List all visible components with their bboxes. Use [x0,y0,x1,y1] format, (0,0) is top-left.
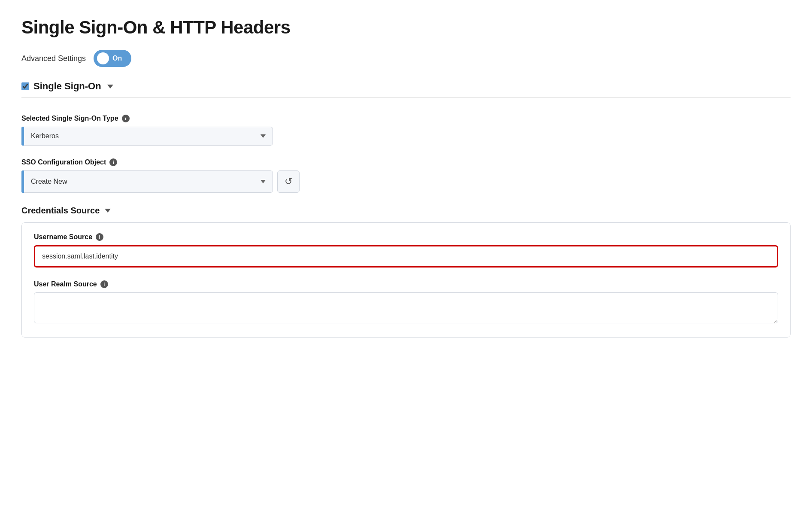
username-source-field-group: Username Source i [34,233,778,268]
sso-config-field-group: SSO Configuration Object i Create New ↺ [21,158,791,193]
sso-section-content: Selected Single Sign-On Type i Kerberos … [21,110,791,346]
toggle-label: On [112,55,122,62]
user-realm-label: User Realm Source i [34,280,778,288]
credentials-box: Username Source i User Realm Source i [21,222,791,337]
sso-config-label: SSO Configuration Object i [21,158,791,166]
sso-config-row: Create New ↺ [21,170,791,193]
credentials-title: Credentials Source [21,206,791,216]
username-source-label: Username Source i [34,233,778,241]
sso-config-arrow-icon [261,180,266,183]
user-realm-info-icon[interactable]: i [100,280,108,288]
credentials-chevron[interactable] [105,209,111,213]
sso-config-value: Create New [31,178,67,185]
sso-section-header: Single Sign-On [21,81,791,97]
credentials-section: Credentials Source Username Source i Use… [21,206,791,337]
toggle-knob [97,52,109,64]
advanced-settings-toggle[interactable]: On [94,50,131,67]
advanced-settings-label: Advanced Settings [21,54,86,63]
username-source-info-icon[interactable]: i [96,233,103,241]
sso-config-select-wrapper: Create New [21,170,273,193]
page-title: Single Sign-On & HTTP Headers [21,17,791,38]
user-realm-input[interactable] [34,292,778,323]
sso-type-select-wrapper: Kerberos [21,127,791,146]
sso-section-checkbox[interactable] [21,82,29,90]
sso-type-info-icon[interactable]: i [122,115,130,122]
sso-config-select[interactable]: Create New [24,170,273,193]
sso-type-value: Kerberos [31,132,59,140]
username-source-input[interactable] [34,245,778,268]
advanced-settings-row: Advanced Settings On [21,50,791,67]
refresh-icon: ↺ [285,176,292,187]
sso-section-title: Single Sign-On [33,81,101,92]
sso-type-select[interactable]: Kerberos [24,127,273,146]
sso-section-chevron[interactable] [107,85,113,88]
sso-type-label: Selected Single Sign-On Type i [21,115,791,122]
refresh-button[interactable]: ↺ [277,170,300,193]
user-realm-field-group: User Realm Source i [34,280,778,325]
sso-type-arrow-icon [261,134,266,138]
sso-type-field-group: Selected Single Sign-On Type i Kerberos [21,115,791,146]
sso-config-info-icon[interactable]: i [109,158,117,166]
